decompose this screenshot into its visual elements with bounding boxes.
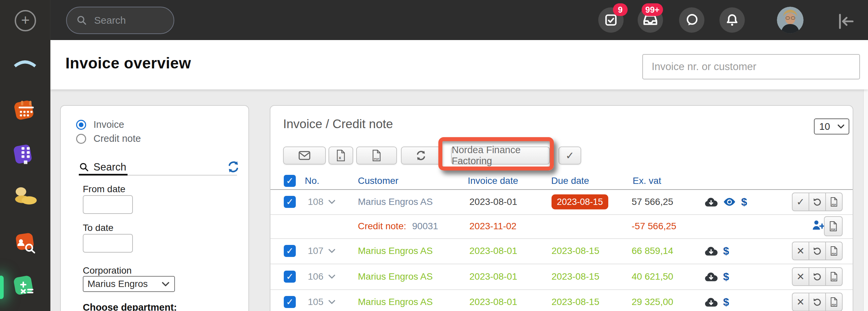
- svg-text:PDF: PDF: [832, 203, 836, 206]
- corporation-select[interactable]: Marius Engros: [83, 276, 175, 292]
- refresh-list-button[interactable]: [401, 147, 441, 164]
- sidebar-item-calendar[interactable]: [11, 96, 39, 124]
- expand-chevron-icon[interactable]: [328, 199, 336, 204]
- row-pdf-button[interactable]: PDF: [825, 242, 843, 260]
- sidebar-item-finance[interactable]: [11, 183, 39, 211]
- row-pdf-button[interactable]: PDF: [825, 192, 843, 211]
- select-all-checkbox[interactable]: ✓: [284, 175, 296, 187]
- customer-link[interactable]: Marius Engros AS: [358, 271, 433, 282]
- panel-title: Invoice / Credit note: [283, 117, 393, 131]
- radio-unselected-icon[interactable]: [76, 134, 86, 144]
- expand-chevron-icon[interactable]: [328, 249, 336, 253]
- messages-button[interactable]: [679, 7, 705, 33]
- to-date-label: To date: [83, 223, 114, 233]
- sidebar: +: [0, 0, 51, 311]
- export-excel-button[interactable]: x: [329, 147, 353, 164]
- row-pdf-button[interactable]: PDF: [825, 267, 843, 286]
- row-pdf-button[interactable]: PDF: [825, 293, 843, 311]
- choose-department-label: Choose department:: [83, 302, 177, 311]
- page-header: Invoice overview: [50, 40, 868, 89]
- calendar-icon: [11, 96, 39, 124]
- customer-link[interactable]: Marius Engros AS: [358, 196, 433, 207]
- radio-invoice[interactable]: Invoice: [76, 119, 124, 130]
- check-icon: ✓: [797, 196, 805, 208]
- row-checkbox[interactable]: ✓: [284, 196, 296, 208]
- expand-chevron-icon[interactable]: [328, 300, 336, 304]
- corporation-label: Corporation: [83, 265, 131, 276]
- radio-selected-icon[interactable]: [76, 120, 86, 130]
- svg-text:PDF: PDF: [374, 157, 379, 160]
- tab-search[interactable]: Search: [79, 161, 126, 173]
- sidebar-item-home[interactable]: [11, 53, 39, 81]
- inbox-badge: 99+: [642, 3, 663, 16]
- to-date-input[interactable]: [83, 234, 133, 253]
- home-icon: [11, 53, 39, 81]
- approve-row-button[interactable]: ✓: [792, 192, 809, 211]
- nordea-finance-factoring-button[interactable]: Nordea Finance Factoring: [451, 147, 550, 164]
- create-new-button[interactable]: +: [15, 10, 36, 31]
- from-date-label: From date: [83, 184, 126, 194]
- cloud-download-icon[interactable]: [705, 271, 718, 282]
- invoice-search-input[interactable]: [642, 54, 860, 80]
- undo-icon: [812, 246, 822, 256]
- row-checkbox[interactable]: ✓: [284, 271, 296, 283]
- notifications-button[interactable]: [719, 7, 745, 33]
- invoice-date: 2023-08-01: [469, 196, 517, 207]
- credit-note-number[interactable]: 90031: [412, 221, 438, 231]
- sidebar-item-invoicing[interactable]: [11, 273, 39, 301]
- refresh-filters-button[interactable]: [226, 160, 240, 175]
- search-icon: [76, 15, 88, 26]
- col-header-invoice-date: Invoice date: [468, 176, 518, 186]
- send-email-button[interactable]: [283, 147, 326, 164]
- dollar-icon[interactable]: $: [723, 296, 729, 308]
- chat-bubble-icon: [684, 13, 699, 27]
- coins-icon: [11, 183, 39, 211]
- pdf-file-icon: PDF: [830, 297, 838, 307]
- customer-link[interactable]: Marius Engros AS: [358, 246, 433, 256]
- avatar[interactable]: [777, 7, 804, 33]
- table-header: ✓ No. Customer Invoice date Due date Ex.…: [271, 173, 852, 190]
- pdf-file-icon: PDF: [830, 196, 838, 207]
- row-checkbox[interactable]: ✓: [284, 296, 296, 308]
- cloud-download-icon[interactable]: [705, 246, 718, 256]
- from-date-input[interactable]: [83, 195, 133, 214]
- chevron-down-icon: [162, 282, 169, 287]
- credit-note-amount: -57 566,25: [632, 221, 673, 231]
- row-checkbox[interactable]: ✓: [284, 245, 296, 257]
- expand-chevron-icon[interactable]: [328, 274, 336, 279]
- cancel-row-button[interactable]: ✕: [792, 293, 809, 311]
- cancel-row-button[interactable]: ✕: [792, 267, 809, 286]
- sidebar-item-crm-search[interactable]: [11, 229, 39, 258]
- customer-link[interactable]: Marius Engros AS: [358, 297, 433, 307]
- global-search[interactable]: [66, 7, 174, 34]
- undo-row-button[interactable]: [809, 192, 826, 211]
- page-size-select[interactable]: 10: [814, 119, 849, 134]
- undo-row-button[interactable]: [809, 293, 826, 311]
- row-pdf-button[interactable]: PDF: [824, 216, 843, 236]
- tab-search-label: Search: [93, 161, 126, 173]
- cloud-download-icon[interactable]: [705, 297, 718, 307]
- export-pdf-button[interactable]: PDF: [356, 147, 397, 164]
- cloud-download-icon[interactable]: [705, 196, 718, 207]
- radio-credit-note[interactable]: Credit note: [76, 133, 141, 144]
- app-window: 9 99+ +: [0, 0, 868, 311]
- dollar-icon[interactable]: $: [741, 195, 747, 208]
- cancel-row-button[interactable]: ✕: [792, 242, 809, 260]
- dollar-icon[interactable]: $: [723, 270, 729, 283]
- approve-button[interactable]: ✓: [559, 147, 581, 164]
- svg-text:x: x: [339, 155, 342, 160]
- dollar-icon[interactable]: $: [723, 245, 729, 257]
- envelope-icon: [298, 149, 311, 162]
- due-date: 2023-08-15: [552, 246, 599, 256]
- eye-icon[interactable]: [723, 197, 736, 206]
- person-search-icon: [11, 229, 39, 258]
- plus-icon: +: [21, 13, 30, 27]
- collapse-sidebar-button[interactable]: [837, 12, 855, 32]
- undo-row-button[interactable]: [809, 267, 826, 286]
- pdf-file-icon: PDF: [830, 246, 838, 256]
- filter-panel: Invoice Credit note Search From date To …: [60, 105, 249, 311]
- undo-row-button[interactable]: [809, 242, 826, 260]
- sidebar-item-company[interactable]: [11, 139, 39, 167]
- add-person-action[interactable]: [811, 219, 825, 234]
- global-search-input[interactable]: [93, 14, 162, 26]
